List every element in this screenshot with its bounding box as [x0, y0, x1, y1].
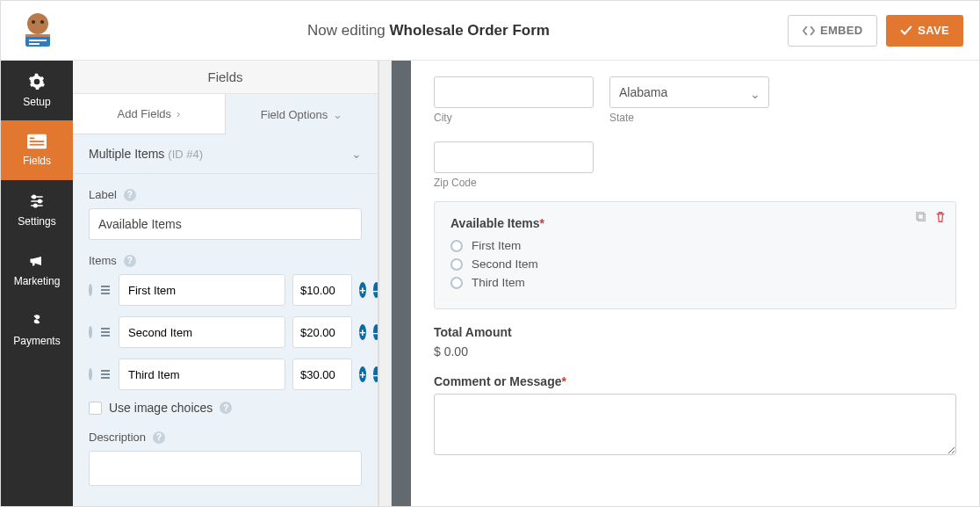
- checkbox-icon[interactable]: [89, 402, 102, 415]
- panel-scrollbar[interactable]: [378, 61, 392, 506]
- state-select[interactable]: Alabama: [609, 76, 769, 108]
- chevron-down-icon: ⌄: [351, 147, 362, 161]
- svg-rect-9: [30, 141, 45, 142]
- city-input[interactable]: [434, 76, 594, 108]
- svg-point-11: [32, 195, 35, 198]
- drag-handle-icon[interactable]: [99, 368, 112, 380]
- form-preview: City Alabama ⌄ State Zip Code: [411, 61, 979, 506]
- dollar-icon: [28, 312, 46, 330]
- item-price-input[interactable]: [292, 274, 352, 306]
- group-id: (ID #4): [168, 148, 203, 161]
- nav-marketing[interactable]: Marketing: [1, 240, 73, 300]
- city-label: City: [434, 112, 594, 124]
- nav-label: Payments: [13, 335, 60, 347]
- tab-add-fields[interactable]: Add Fields ›: [73, 94, 226, 134]
- option-row[interactable]: Second Item: [450, 257, 940, 271]
- radio-icon[interactable]: [450, 240, 463, 252]
- available-items-card[interactable]: Available Items* First Item Second Item …: [434, 201, 956, 309]
- radio-icon[interactable]: [89, 284, 92, 296]
- drag-handle-icon[interactable]: [99, 284, 112, 296]
- editing-prefix: Now editing: [307, 22, 390, 39]
- zip-label: Zip Code: [434, 177, 956, 189]
- embed-button[interactable]: EMBED: [788, 15, 877, 47]
- form-name: Wholesale Order Form: [390, 22, 550, 39]
- card-title: Available Items*: [450, 216, 940, 230]
- svg-point-1: [32, 20, 35, 24]
- radio-icon[interactable]: [89, 326, 92, 338]
- item-name-input[interactable]: [119, 316, 285, 348]
- option-row[interactable]: First Item: [450, 239, 940, 252]
- svg-point-12: [39, 199, 41, 202]
- add-item-button[interactable]: +: [359, 282, 366, 298]
- svg-rect-10: [30, 144, 45, 146]
- comment-label: Comment or Message*: [434, 374, 956, 388]
- side-nav: Setup Fields Settings Marketing Payments: [1, 61, 73, 506]
- nav-label: Settings: [18, 215, 55, 228]
- tab-label: Field Options: [261, 108, 328, 121]
- remove-item-button[interactable]: –: [373, 366, 378, 382]
- add-item-button[interactable]: +: [359, 324, 366, 340]
- duplicate-icon[interactable]: [915, 211, 927, 226]
- item-price-input[interactable]: [292, 359, 352, 390]
- help-icon[interactable]: ?: [153, 431, 165, 444]
- tab-field-options[interactable]: Field Options ⌄: [226, 94, 378, 134]
- option-label: Second Item: [472, 257, 538, 271]
- nav-setup[interactable]: Setup: [1, 61, 73, 120]
- description-input[interactable]: [89, 451, 362, 486]
- page-title: Now editing Wholesale Order Form: [69, 22, 788, 40]
- svg-rect-5: [29, 40, 47, 41]
- total-amount-value: $ 0.00: [434, 344, 956, 359]
- zip-input[interactable]: [434, 141, 594, 173]
- label-input[interactable]: [89, 208, 362, 240]
- check-icon: [900, 25, 912, 37]
- svg-point-2: [40, 20, 44, 24]
- nav-payments[interactable]: Payments: [1, 300, 73, 359]
- total-amount-label: Total Amount: [434, 325, 956, 339]
- gear-icon: [28, 73, 46, 91]
- radio-icon[interactable]: [450, 258, 463, 271]
- drag-handle-icon[interactable]: [99, 326, 112, 338]
- save-label: SAVE: [918, 24, 949, 37]
- remove-item-button[interactable]: –: [373, 282, 378, 298]
- nav-fields[interactable]: Fields: [1, 120, 73, 180]
- checkbox-label: Use image choices: [109, 401, 213, 415]
- help-icon[interactable]: ?: [124, 189, 136, 201]
- item-row: + –: [89, 274, 362, 306]
- item-row: + –: [89, 359, 362, 390]
- svg-point-0: [27, 13, 48, 34]
- svg-rect-4: [25, 34, 50, 37]
- sliders-icon: [28, 192, 46, 210]
- chevron-down-icon: ⌄: [333, 108, 342, 121]
- nav-label: Setup: [23, 96, 50, 108]
- nav-settings[interactable]: Settings: [1, 180, 73, 240]
- help-icon[interactable]: ?: [220, 402, 232, 414]
- use-image-choices-row[interactable]: Use image choices ?: [89, 401, 362, 415]
- panel-tabs: Add Fields › Field Options ⌄: [73, 94, 378, 134]
- panel-subheader: Fields: [73, 61, 378, 94]
- svg-point-13: [34, 204, 37, 206]
- svg-rect-6: [29, 43, 40, 45]
- label-heading: Label ?: [89, 188, 362, 201]
- preview-gutter: [392, 61, 411, 506]
- trash-icon[interactable]: [934, 211, 947, 226]
- chevron-right-icon: ›: [177, 107, 180, 120]
- item-name-input[interactable]: [119, 359, 285, 390]
- svg-rect-8: [30, 137, 35, 139]
- option-label: First Item: [472, 239, 521, 252]
- remove-item-button[interactable]: –: [373, 324, 378, 340]
- item-row: + –: [89, 316, 362, 348]
- save-button[interactable]: SAVE: [886, 15, 963, 47]
- radio-icon[interactable]: [89, 368, 92, 380]
- description-heading: Description ?: [89, 431, 362, 444]
- form-icon: [27, 134, 47, 149]
- add-item-button[interactable]: +: [359, 366, 366, 382]
- bullhorn-icon: [28, 252, 46, 270]
- comment-textarea[interactable]: [434, 394, 956, 455]
- radio-icon[interactable]: [450, 277, 463, 289]
- item-price-input[interactable]: [292, 316, 352, 348]
- option-row[interactable]: Third Item: [450, 276, 940, 289]
- embed-label: EMBED: [820, 24, 862, 37]
- item-name-input[interactable]: [119, 274, 285, 306]
- help-icon[interactable]: ?: [124, 255, 136, 267]
- field-group-header[interactable]: Multiple Items (ID #4) ⌄: [73, 134, 378, 174]
